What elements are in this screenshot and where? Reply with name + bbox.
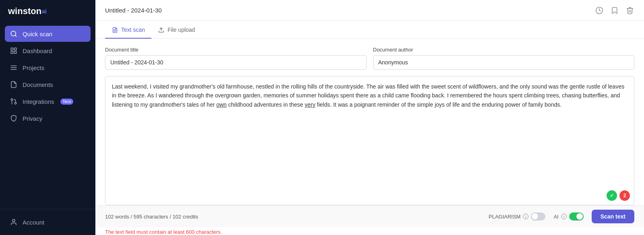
plagiarism-info-icon[interactable]: i xyxy=(523,214,528,219)
ai-toggle[interactable] xyxy=(569,212,584,221)
bookmark-icon[interactable] xyxy=(610,6,619,15)
toggle-knob xyxy=(532,213,538,220)
footer: 102 words / 595 characters / 102 credits… xyxy=(95,205,644,227)
account-icon xyxy=(10,218,18,226)
new-badge: New xyxy=(60,99,73,105)
title-group: Document title xyxy=(105,47,367,70)
document-text[interactable]: Last weekend, I visited my grandmother's… xyxy=(105,76,634,115)
sidebar-item-account[interactable]: Account xyxy=(5,214,91,230)
header: Untitled - 2024-01-30 xyxy=(95,0,644,21)
toggle-knob xyxy=(576,213,583,220)
integrations-icon xyxy=(10,97,18,105)
document-title: Untitled - 2024-01-30 xyxy=(105,7,162,14)
text-scan-icon xyxy=(111,27,118,33)
sidebar-nav: Quick scan Dashboard Projects Documents xyxy=(0,23,95,209)
title-label: Document title xyxy=(105,47,367,53)
logo-suffix: ai xyxy=(42,8,47,14)
form-area: Document title Document author xyxy=(95,39,644,76)
author-label: Document author xyxy=(373,47,635,53)
sidebar-item-integrations[interactable]: Integrations New xyxy=(5,93,91,109)
scan-icon xyxy=(10,30,18,38)
sidebar-item-label: Privacy xyxy=(23,115,42,122)
tabs: Text scan File upload xyxy=(95,21,644,39)
sidebar-bottom: Account xyxy=(0,209,95,235)
file-upload-icon xyxy=(158,27,164,33)
text-area-icons: ✓ 2 xyxy=(607,190,630,201)
sidebar-item-documents[interactable]: Documents xyxy=(5,76,91,93)
projects-icon xyxy=(10,64,18,72)
sidebar-item-quick-scan[interactable]: Quick scan xyxy=(5,26,91,42)
logo-text: winston xyxy=(8,6,41,16)
form-row: Document title Document author xyxy=(105,47,634,70)
svg-line-1 xyxy=(15,35,16,36)
plagiarism-label: PLAGIARISM xyxy=(489,214,520,220)
svg-point-9 xyxy=(12,219,15,222)
tab-file-upload[interactable]: File upload xyxy=(151,21,202,39)
sidebar: winstonai Quick scan Dashboard Projects xyxy=(0,0,95,235)
privacy-icon xyxy=(10,114,18,122)
trash-icon[interactable] xyxy=(625,6,634,15)
scan-text-button[interactable]: Scan text xyxy=(592,210,634,223)
sidebar-item-label: Documents xyxy=(23,81,53,88)
tab-label: Text scan xyxy=(121,27,145,33)
green-indicator[interactable]: ✓ xyxy=(607,190,617,201)
ai-info-icon[interactable]: i xyxy=(561,214,567,219)
footer-right: PLAGIARISM i AI i Scan text xyxy=(489,210,634,223)
svg-rect-3 xyxy=(14,48,17,50)
svg-rect-5 xyxy=(11,52,13,54)
title-input[interactable] xyxy=(105,55,367,70)
ai-option: AI i xyxy=(553,212,583,221)
content-wrapper: Document title Document author Last week… xyxy=(95,39,644,235)
author-input[interactable] xyxy=(373,55,635,70)
sidebar-item-projects[interactable]: Projects xyxy=(5,60,91,76)
sidebar-item-label: Account xyxy=(23,219,44,226)
sidebar-item-label: Projects xyxy=(23,64,44,71)
sidebar-item-privacy[interactable]: Privacy xyxy=(5,110,91,126)
ai-label: AI xyxy=(553,214,558,220)
header-icons xyxy=(595,6,634,15)
author-group: Document author xyxy=(373,47,635,70)
documents-icon xyxy=(10,80,18,89)
sidebar-item-dashboard[interactable]: Dashboard xyxy=(5,43,91,59)
footer-wrapper: 102 words / 595 characters / 102 credits… xyxy=(95,205,644,235)
svg-rect-4 xyxy=(14,52,17,54)
error-message: The text field must contain at least 600… xyxy=(95,227,644,235)
dashboard-icon xyxy=(10,47,18,55)
plagiarism-toggle[interactable] xyxy=(531,212,545,221)
sidebar-item-label: Dashboard xyxy=(23,47,52,54)
tab-text-scan[interactable]: Text scan xyxy=(105,21,151,39)
history-icon[interactable] xyxy=(595,6,604,15)
text-area-container: Last weekend, I visited my grandmother's… xyxy=(105,76,634,205)
word-count: 102 words / 595 characters / 102 credits xyxy=(105,214,198,220)
svg-rect-2 xyxy=(11,48,13,50)
tab-label: File upload xyxy=(167,27,195,33)
red-indicator[interactable]: 2 xyxy=(619,190,630,201)
sidebar-item-label: Integrations xyxy=(23,98,54,105)
main-content: Untitled - 2024-01-30 Text scan File u xyxy=(95,0,644,235)
logo: winstonai xyxy=(0,0,95,23)
plagiarism-option: PLAGIARISM i xyxy=(489,212,545,221)
sidebar-item-label: Quick scan xyxy=(23,31,52,37)
